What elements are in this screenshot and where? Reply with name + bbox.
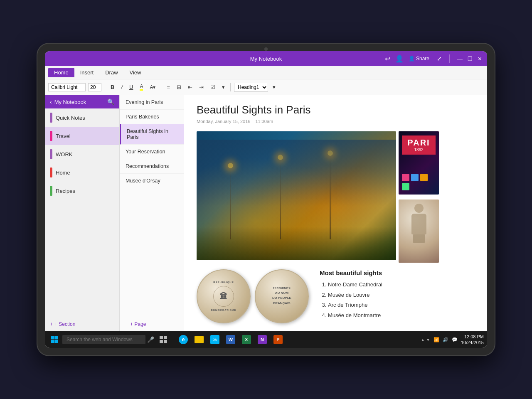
section-color-quicknotes [50, 113, 52, 123]
share-label: Share [416, 56, 429, 62]
close-button[interactable]: ✕ [478, 56, 482, 62]
toolbar-separator-3 [230, 83, 231, 91]
section-item-home[interactable]: Home [45, 163, 119, 182]
tab-draw[interactable]: Draw [99, 68, 123, 77]
store-button[interactable]: 🛍 [207, 332, 222, 347]
menu-bar: Home Insert Draw View [45, 66, 487, 79]
taskbar-expand-icon[interactable]: ▲ ▼ [421, 337, 430, 342]
page-item-evening[interactable]: Evening in Paris [120, 95, 184, 110]
section-color-home [50, 167, 52, 177]
word-button[interactable]: W [223, 332, 238, 347]
volume-icon[interactable]: 🔊 [443, 337, 448, 342]
onenote-button[interactable]: N [255, 332, 270, 347]
device-frame: My Notebook ↩ 👤 👤 Share ⤢ — ❐ ✕ Home Ins… [37, 44, 495, 355]
bullet-list-button[interactable]: ≡ [165, 83, 172, 91]
pages-footer: + + Page [120, 317, 184, 331]
svg-rect-6 [160, 340, 163, 343]
section-label-recipes: Recipes [56, 188, 75, 194]
neon-2 [411, 174, 419, 181]
section-label-home: Home [56, 170, 70, 176]
separator [449, 54, 450, 63]
network-icon[interactable]: 📶 [433, 337, 439, 342]
section-item-travel[interactable]: Travel [45, 127, 119, 145]
minimize-button[interactable]: — [457, 56, 463, 62]
task-view-button[interactable] [156, 332, 171, 347]
coin1-figure: 🏛 [220, 291, 227, 302]
plus-page-icon: + [126, 321, 128, 327]
page-item-bakeries[interactable]: Paris Bakeries [120, 110, 184, 124]
powerpoint-button[interactable]: P [271, 332, 286, 347]
heading-dropdown[interactable]: ▾ [271, 83, 278, 91]
indent-increase-button[interactable]: ⇥ [197, 83, 206, 91]
highlight-button[interactable]: A [138, 83, 145, 91]
svg-rect-0 [51, 336, 54, 339]
folder-button[interactable] [192, 332, 207, 347]
user-icon[interactable]: 👤 [395, 55, 404, 63]
page-item-musee[interactable]: Musee d'Orsay [120, 174, 184, 188]
paris-sign-image: PARI 1862 [399, 131, 439, 195]
note-area[interactable]: Beautiful Sights in Paris Monday, Januar… [184, 95, 487, 331]
underline-button[interactable]: U [127, 83, 135, 91]
font-size-input[interactable] [88, 83, 101, 91]
restore-button[interactable]: ❐ [468, 56, 473, 62]
italic-button[interactable]: / [119, 83, 125, 91]
title-bar: My Notebook ↩ 👤 👤 Share ⤢ — ❐ ✕ [45, 51, 487, 66]
main-paris-image [197, 131, 396, 260]
page-item-recommendations[interactable]: Recommendations [120, 159, 184, 174]
sights-list: Most beautiful sights Notre-Dame Cathedr… [315, 269, 475, 321]
sight-1: Notre-Dame Cathedral [328, 280, 475, 290]
coin2-du-peuple: DU PEUPLE [272, 296, 291, 301]
bold-button[interactable]: B [108, 83, 116, 91]
add-page-label: + Page [130, 321, 146, 327]
tab-view[interactable]: View [124, 68, 147, 77]
coin1-text: REPUBLIQUE 🏛 DEMOCRATIQUE [208, 277, 240, 315]
pages-sidebar: Evening in Paris Paris Bakeries Beautifu… [120, 95, 184, 331]
back-button[interactable]: ‹ [50, 99, 52, 105]
font-name-input[interactable] [48, 83, 86, 91]
excel-button[interactable]: X [239, 332, 254, 347]
note-images: PARI 1862 [197, 131, 475, 263]
tab-insert[interactable]: Insert [74, 68, 100, 77]
expand-icon[interactable]: ⤢ [437, 55, 442, 62]
page-item-reservation[interactable]: Your Reservation [120, 145, 184, 159]
sight-3: Arc de Triomphe [328, 300, 475, 310]
windows-start-button[interactable] [48, 333, 61, 346]
tab-home[interactable]: Home [48, 68, 74, 77]
time-block: 12:08 PM 10/24/2015 [461, 334, 484, 346]
sections-sidebar: ‹ My Notebook 🔍 Quick Notes Travel WORK [45, 95, 120, 331]
paris-year-text: 1862 [404, 148, 434, 152]
numbered-list-button[interactable]: ⊟ [175, 83, 183, 91]
svg-rect-5 [164, 336, 167, 339]
add-section-button[interactable]: + + Section [50, 321, 75, 327]
add-page-button[interactable]: + + Page [126, 321, 146, 327]
reflection [197, 219, 396, 260]
page-item-beautiful-sights[interactable]: Beautiful Sights in Paris [120, 124, 184, 145]
task-view-icon [159, 335, 167, 344]
section-item-work[interactable]: WORK [45, 145, 119, 163]
section-label-travel: Travel [56, 133, 71, 139]
coin-2: FRATERNITE AU NOM DU PEUPLE FRANÇAIS [255, 269, 309, 323]
toolbar: B / U A A▾ ≡ ⊟ ⇤ ⇥ ☑ ▾ Heading1 Heading2… [45, 79, 487, 95]
section-item-recipes[interactable]: Recipes [45, 182, 119, 200]
section-label-quicknotes: Quick Notes [56, 115, 85, 121]
section-item-quicknotes[interactable]: Quick Notes [45, 108, 119, 127]
checkbox-dropdown[interactable]: ▾ [220, 83, 227, 91]
section-color-work [50, 149, 52, 159]
undo-icon[interactable]: ↩ [385, 55, 390, 63]
sections-footer: + + Section [45, 317, 119, 331]
search-icon[interactable]: 🔍 [107, 99, 114, 105]
edge-button[interactable]: e [176, 332, 191, 347]
sculpture-image [399, 200, 439, 263]
notification-icon[interactable]: 💬 [452, 337, 458, 342]
note-title: Beautiful Sights in Paris [197, 103, 475, 116]
folder-icon [195, 336, 204, 343]
share-button[interactable]: 👤 Share [409, 56, 429, 62]
heading-select[interactable]: Heading1 Heading2 Normal [234, 83, 268, 92]
indent-decrease-button[interactable]: ⇤ [186, 83, 195, 91]
word-icon: W [226, 335, 235, 344]
checkbox-button[interactable]: ☑ [208, 83, 217, 91]
taskbar-search-input[interactable] [62, 335, 145, 344]
font-color-button[interactable]: A▾ [148, 84, 158, 91]
svg-rect-4 [160, 336, 163, 339]
microphone-icon[interactable]: 🎤 [147, 336, 154, 343]
